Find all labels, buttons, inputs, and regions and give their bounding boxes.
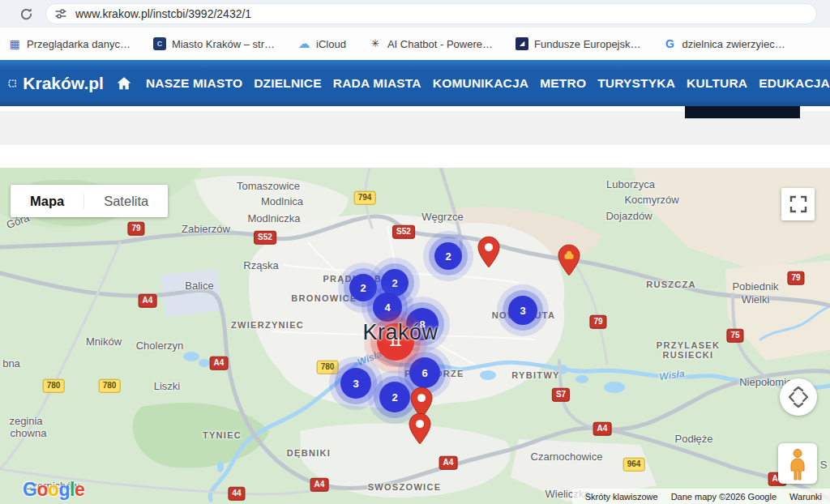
bookmark-item[interactable]: ☁iCloud [297, 37, 346, 50]
map-pin-warning[interactable] [558, 244, 580, 280]
google-logo-letter: g [59, 479, 71, 500]
google-logo-letter: e [75, 479, 84, 500]
marker-cluster[interactable]: 6 [409, 357, 440, 388]
map-container[interactable]: GóraZabierzówTomaszowiceModlnicaModlnicz… [0, 168, 830, 504]
nav-item-komunikacja[interactable]: KOMUNIKACJA [433, 76, 528, 91]
keyboard-shortcuts-link[interactable]: Skróty klawiszowe [585, 492, 658, 502]
map-type-map-button[interactable]: Mapa [11, 194, 83, 209]
bookmark-item[interactable]: ▦Przeglądarka danyc… [8, 37, 130, 50]
road-badge-79: 79 [589, 315, 606, 329]
map-label-town: Podłęże [675, 433, 713, 445]
road-badge-780: 780 [317, 361, 339, 374]
screenshot-root: www.krakow.pl/instcbi/3992/2432/1 ▦Przeg… [0, 0, 830, 504]
home-icon[interactable] [115, 75, 133, 92]
marker-cluster[interactable]: 2 [349, 274, 377, 301]
url-text: www.krakow.pl/instcbi/3992/2432/1 [75, 7, 251, 20]
nav-item-turystyka[interactable]: TURYSTYKA [597, 76, 675, 91]
site-brand[interactable]: Kraków.pl [23, 74, 104, 93]
road-badge-79: 79 [787, 271, 804, 285]
krakow-favicon: C [153, 37, 166, 50]
site-nav: Kraków.pl NASZE MIASTODZIELNICERADA MIAS… [0, 60, 830, 106]
google-logo-letter: G [23, 479, 36, 500]
map-data-text: Dane mapy ©2026 Google [671, 492, 777, 502]
map-label-town: Zabierzów [182, 223, 230, 235]
nav-item-edukacja[interactable]: EDUKACJA [759, 76, 830, 91]
map-label-city: Kraków [362, 320, 438, 345]
cloud-icon: ☁ [297, 37, 310, 50]
map-pin[interactable] [409, 412, 431, 448]
bookmark-label: dzielnica zwierzyiec… [682, 38, 785, 50]
pegman-button[interactable] [778, 443, 817, 484]
nav-item-metro[interactable]: METRO [540, 76, 586, 91]
marker-cluster[interactable]: 2 [434, 242, 462, 270]
google-g-icon: G [664, 37, 677, 50]
map-label-town: Pobiednik [732, 280, 778, 293]
site-info-icon[interactable] [54, 7, 67, 20]
bookmark-item[interactable]: Gdzielnica zwierzyiec… [664, 37, 785, 50]
nav-item-nasze-miasto[interactable]: NASZE MIASTO [146, 76, 242, 91]
road-badge-A4: A4 [593, 422, 612, 436]
road-badge-964: 964 [623, 458, 645, 472]
reload-icon [19, 7, 33, 21]
road-badge-A4: A4 [439, 456, 458, 470]
road-badge-79: 79 [127, 222, 144, 236]
marker-cluster[interactable]: 3 [508, 296, 537, 325]
road-badge-A4: A4 [139, 294, 157, 308]
map-type-control: Mapa Satelita [11, 185, 168, 217]
terms-link[interactable]: Warunki [789, 492, 822, 502]
map-label-town: S [820, 459, 828, 471]
map-label-town: Czarnochowice [531, 451, 603, 463]
nav-item-rada-miasta[interactable]: RADA MIASTA [333, 76, 421, 91]
road-badge-44: 44 [228, 487, 245, 501]
bookmark-label: Fundusze Europejsk… [534, 38, 641, 50]
map-label-town: Rząska [243, 259, 278, 271]
bookmark-item[interactable]: ✳AI Chatbot - Powere… [369, 37, 493, 50]
map-type-satellite-button[interactable]: Satelita [83, 194, 168, 209]
url-bar[interactable]: www.krakow.pl/instcbi/3992/2432/1 [45, 3, 817, 24]
bookmarks-bar: ▦Przeglądarka danyc…CMiasto Kraków – str… [0, 28, 830, 60]
map-label-district: TYNIEC [203, 430, 242, 440]
road-badge-S52: S52 [254, 231, 276, 245]
bookmark-item[interactable]: CMiasto Kraków – str… [153, 37, 275, 50]
google-logo-letter: o [48, 479, 59, 500]
map-label-town: Tomaszowice [237, 180, 300, 192]
map-label-town: Węgrzce [421, 211, 463, 223]
map-label-district: RYBITWY [511, 370, 559, 380]
road-badge-780: 780 [99, 379, 121, 393]
marker-cluster[interactable]: 3 [340, 368, 371, 399]
map-label-district: PRZYLASEK RUSIECKI [657, 340, 720, 360]
bookmark-item[interactable]: ◢Fundusze Europejsk… [516, 37, 641, 50]
map-label-town: Kocmyrzów [624, 194, 678, 206]
fullscreen-button[interactable] [781, 188, 815, 220]
map-label-district: DĘBNIKI [287, 448, 331, 458]
marker-cluster[interactable]: 2 [379, 382, 410, 412]
google-logo[interactable]: Google [23, 479, 84, 501]
map-label-town: zeginia [9, 415, 42, 427]
bookmark-label: Przeglądarka danyc… [27, 38, 130, 50]
bookmark-label: AI Chatbot - Powere… [387, 38, 493, 50]
marker-cluster[interactable]: 4 [373, 293, 402, 322]
road-badge-S7: S7 [552, 388, 570, 402]
nav-item-kultura[interactable]: KULTURA [687, 76, 747, 91]
map-label-town: Mników [86, 335, 122, 348]
chatbot-favicon: ✳ [369, 37, 382, 50]
grid-icon: ▦ [8, 37, 21, 50]
map-label-town: Luborzyca [606, 178, 655, 190]
road-badge-A4: A4 [210, 357, 229, 370]
map-label-town: Wielki [742, 293, 770, 305]
map-pin[interactable] [477, 236, 500, 271]
bookmark-label: Miasto Kraków – str… [172, 38, 275, 50]
map-attribution: Skróty klawiszoweDane mapy ©2026 GoogleW… [572, 489, 830, 504]
road-badge-S52: S52 [392, 225, 415, 239]
krakow-logo-icon [8, 74, 16, 93]
eu-funds-favicon: ◢ [516, 37, 528, 50]
map-label-town: bna [2, 357, 20, 369]
map-label-town: Dojazdów [605, 210, 652, 222]
nav-item-dzielnice[interactable]: DZIELNICE [254, 76, 322, 91]
map-label-town: chowna [11, 427, 47, 439]
reload-button[interactable] [16, 4, 36, 23]
map-label-district: ZWIERZYNIEC [231, 320, 304, 330]
map-label-town: Liszki [154, 380, 181, 392]
pan-control[interactable] [780, 378, 817, 416]
google-logo-letter: o [36, 479, 48, 500]
